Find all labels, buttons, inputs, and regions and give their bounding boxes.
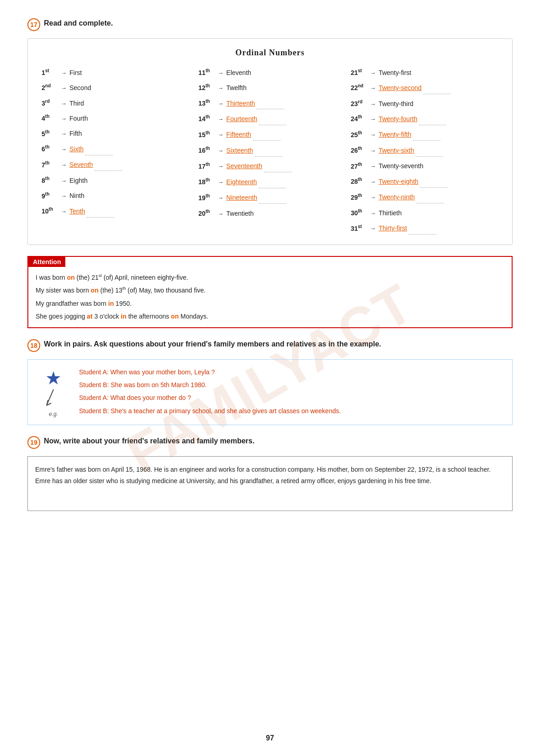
ordinal-row: 21st→Twenty-first	[351, 66, 498, 79]
ordinal-row: 7th→Seventh	[42, 158, 189, 172]
writing-text: Emre's father was born on April 15, 1968…	[35, 466, 491, 484]
section19-title: Now, write about your friend's relatives…	[44, 436, 254, 446]
exercise18-box: ★ e.g. Student A: When was your mother b…	[27, 359, 513, 425]
dialogue-box: Student A: When was your mother born, Le…	[79, 367, 341, 416]
dialogue-line-1: Student A: When was your mother born, Le…	[79, 367, 341, 377]
arrow-decoration	[42, 387, 65, 410]
section18-header: 18 Work in pairs. Ask questions about yo…	[27, 339, 513, 352]
ordinal-row: 27th→Twenty-seventh	[351, 160, 498, 173]
ordinal-row: 17th→Seventeenth	[198, 160, 341, 173]
ordinal-row: 31st→Thirty-first	[351, 222, 498, 235]
ordinal-row: 9th→Ninth	[42, 189, 189, 202]
page-number: 97	[0, 734, 540, 742]
section18-title: Work in pairs. Ask questions about your …	[44, 339, 381, 349]
ordinal-col-2: 11th→Eleventh 12th→Twelfth 13th→Thirteen…	[194, 66, 346, 235]
ordinal-row: 1st→First	[42, 66, 189, 79]
ordinal-grid: 1st→First 2nd→Second 3rd→Third 4th→Fourt…	[42, 66, 498, 235]
ordinal-row: 22nd→Twenty-second	[351, 81, 498, 95]
eg-label: e.g.	[49, 411, 58, 417]
attention-line-2: My sister was born on (the) 13th (of) Ma…	[36, 285, 504, 295]
attention-line-3: My grandfather was born in 1950.	[36, 298, 504, 309]
ordinal-row: 20th→Twentieth	[198, 207, 341, 220]
ordinal-row: 11th→Eleventh	[198, 66, 341, 79]
ordinal-row: 18th→Eighteenth	[198, 175, 341, 189]
ordinal-col-1: 1st→First 2nd→Second 3rd→Third 4th→Fourt…	[42, 66, 194, 235]
ordinal-box: Ordinal Numbers 1st→First 2nd→Second 3rd…	[27, 38, 513, 245]
ordinal-row: 4th→Fourth	[42, 112, 189, 125]
star-icon-area: ★ e.g.	[35, 369, 72, 417]
ordinal-row: 15th→Fifteenth	[198, 128, 341, 142]
dialogue-line-2: Student B: She was born on 5th March 198…	[79, 380, 341, 390]
ordinal-row: 12th→Twelfth	[198, 81, 341, 94]
ordinal-row: 6th→Sixth	[42, 142, 189, 156]
section19-header: 19 Now, write about your friend's relati…	[27, 436, 513, 449]
writing-box[interactable]: Emre's father was born on April 15, 1968…	[27, 456, 513, 511]
ordinal-row: 8th→Eighth	[42, 174, 189, 187]
ordinal-row: 30th→Thirtieth	[351, 206, 498, 219]
ordinal-row: 13th→Thirteenth	[198, 96, 341, 110]
star-shape: ★	[45, 369, 62, 387]
ordinal-row: 2nd→Second	[42, 81, 189, 94]
section17-header: 17 Read and complete.	[27, 18, 513, 31]
dialogue-line-4: Student B: She's a teacher at a primary …	[79, 406, 341, 416]
ordinal-row: 5th→Fifth	[42, 127, 189, 140]
section17-number: 17	[27, 18, 40, 31]
attention-line-4: She goes jogging at 3 o'clock in the aft…	[36, 311, 504, 321]
ordinal-row: 10th→Tenth	[42, 204, 189, 218]
ordinal-row: 3rd→Third	[42, 96, 189, 110]
dialogue-line-3: Student A: What does your mother do ?	[79, 393, 341, 403]
ordinal-title: Ordinal Numbers	[42, 48, 498, 58]
section17-title: Read and complete.	[44, 18, 113, 28]
ordinal-row: 19th→Nineteenth	[198, 191, 341, 205]
attention-content: I was born on (the) 21st (of) April, nin…	[28, 267, 512, 327]
section19-number: 19	[27, 436, 40, 449]
attention-box: Attention I was born on (the) 21st (of) …	[27, 256, 513, 328]
ordinal-row: 28th→Twenty-eighth	[351, 175, 498, 188]
section18-number: 18	[27, 339, 40, 352]
ordinal-row: 16th→Sixteenth	[198, 144, 341, 157]
ordinal-row: 29th→Twenty-ninth	[351, 191, 498, 204]
attention-label: Attention	[28, 257, 65, 267]
ordinal-row: 24th→Twenty-fourth	[351, 112, 498, 126]
ordinal-row: 23rd→Twenty-third	[351, 97, 498, 110]
ordinal-row: 26th→Twenty-sixth	[351, 144, 498, 157]
ordinal-row: 25th→Twenty-fifth	[351, 128, 498, 142]
example-area: ★ e.g. Student A: When was your mother b…	[35, 367, 505, 417]
ordinal-row: 14th→Fourteenth	[198, 112, 341, 126]
attention-line-1: I was born on (the) 21st (of) April, nin…	[36, 272, 504, 282]
ordinal-col-3: 21st→Twenty-first 22nd→Twenty-second 23r…	[346, 66, 498, 235]
